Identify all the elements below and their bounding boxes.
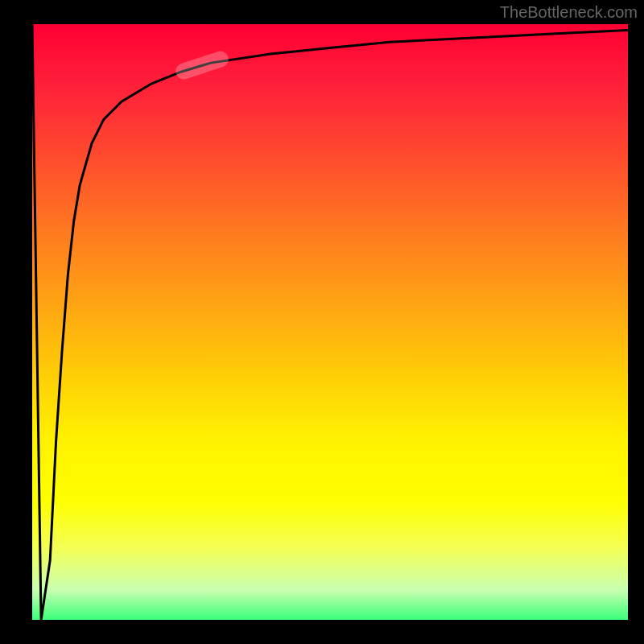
watermark-text: TheBottleneck.com (500, 3, 638, 22)
chart-curve-svg (32, 24, 628, 620)
plot-area (32, 24, 628, 620)
chart-curve (32, 24, 628, 620)
